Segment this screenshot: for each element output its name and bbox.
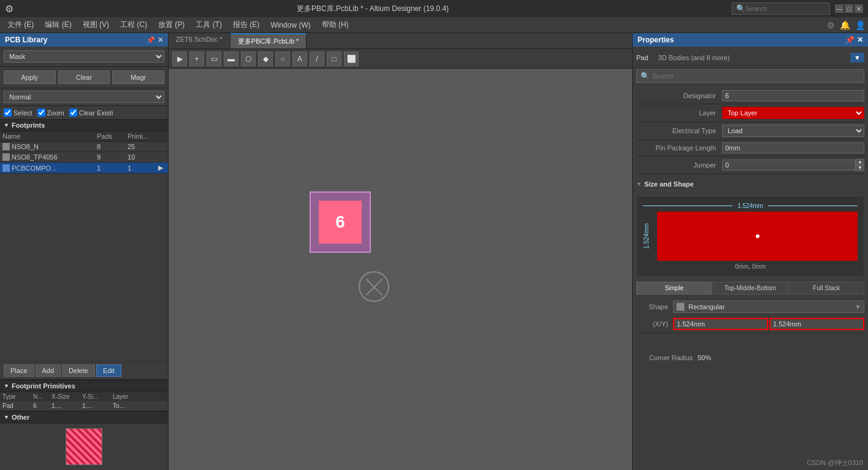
pin-package-input[interactable]	[722, 142, 864, 153]
settings-icon[interactable]: ⚙	[827, 20, 835, 30]
prim-header-extra	[141, 392, 153, 401]
jumper-up-btn[interactable]: ▲	[856, 159, 864, 165]
x-size-input[interactable]	[673, 318, 768, 330]
prop-search[interactable]: 🔍	[636, 69, 864, 83]
toolbar-select-btn[interactable]: ▶	[172, 52, 187, 66]
toolbar-rect-btn[interactable]: ▭	[207, 52, 221, 66]
toolbar-pad-btn[interactable]: ◆	[258, 52, 273, 66]
menu-project[interactable]: 工程 (C)	[115, 18, 152, 31]
shape-value: Rectangular	[688, 303, 725, 310]
fp-row-0[interactable]: NSO8_N 8 25	[0, 142, 168, 152]
menu-place[interactable]: 放置 (P)	[153, 18, 189, 31]
apply-button[interactable]: Apply	[4, 71, 56, 84]
footprints-section-title[interactable]: ▼ Footprints	[0, 120, 168, 131]
prim-header-xsize: X-Size	[49, 392, 80, 401]
maximize-button[interactable]: □	[845, 4, 853, 13]
toolbar-text-btn[interactable]: A	[292, 52, 307, 66]
fp-row-2[interactable]: PCBCOMPO... 1 1 ▶	[0, 163, 168, 174]
designator-input[interactable]	[722, 90, 864, 101]
prop-filter-button[interactable]: ▼	[850, 53, 864, 63]
layer-select[interactable]: Top Layer	[722, 107, 864, 119]
place-button[interactable]: Place	[4, 364, 34, 377]
delete-button[interactable]: Delete	[62, 364, 95, 377]
panel-close-icon[interactable]: ✕	[158, 36, 163, 44]
size-shape-header[interactable]: ▼ Size and Shape	[636, 178, 864, 191]
menu-report[interactable]: 报告 (E)	[228, 18, 264, 31]
title-search-area[interactable]: 🔍	[732, 2, 830, 15]
shape-tab-fullstack[interactable]: Full Stack	[789, 282, 864, 295]
shape-tab-tmb[interactable]: Top-Middle-Bottom	[712, 282, 788, 295]
clear-button[interactable]: Clear	[58, 71, 110, 84]
menu-file[interactable]: 文件 (E)	[2, 18, 39, 31]
tab-pcblib[interactable]: 更多PBC库.PcbLib *	[230, 33, 307, 48]
prim-row-0[interactable]: Pad 6 1.... 1.... To...	[0, 401, 168, 411]
panel-header: PCB Library 📌 ✕	[0, 33, 168, 47]
layer-value-container: Top Layer	[722, 107, 864, 119]
size-shape-arrow-icon: ▼	[636, 181, 642, 187]
fp-header-name[interactable]: Name	[0, 131, 94, 141]
pad-element[interactable]: 6	[310, 191, 371, 253]
close-button[interactable]: ✕	[855, 4, 863, 13]
y-size-input[interactable]	[769, 318, 864, 330]
panel-header-icons: 📌 ✕	[147, 36, 163, 44]
toolbar-add-btn[interactable]: +	[189, 52, 204, 66]
user-icon[interactable]: 👤	[855, 20, 866, 30]
pin-icon[interactable]: 📌	[147, 36, 155, 44]
prop-search-input[interactable]	[652, 72, 860, 80]
fp-header-prims[interactable]: Primi...	[125, 131, 156, 141]
other-section-title[interactable]: ▼ Other	[0, 412, 168, 423]
zoom-checkbox-label[interactable]: Zoom	[37, 109, 64, 117]
corner-radius-value: 50%	[698, 354, 711, 361]
electrical-type-select[interactable]: Load	[722, 125, 864, 137]
prop-close-icon[interactable]: ✕	[857, 36, 863, 44]
mode-select[interactable]: Normal	[4, 91, 164, 103]
toolbar-chart-btn[interactable]: ▬	[224, 52, 238, 66]
toolbar-sq-btn[interactable]: □	[327, 52, 341, 66]
menu-window[interactable]: Window (W)	[265, 20, 315, 31]
toolbar-fill-btn[interactable]: ⬜	[344, 52, 359, 66]
add-button[interactable]: Add	[36, 364, 61, 377]
prop-pin-icon[interactable]: 📌	[845, 36, 855, 44]
menu-tools[interactable]: 工具 (T)	[191, 18, 227, 31]
jumper-down-btn[interactable]: ▼	[856, 165, 864, 171]
primitives-section-title[interactable]: ▼ Footprint Primitives	[0, 380, 168, 392]
toolbar-circle-btn[interactable]: ○	[275, 52, 290, 66]
fp-row-1[interactable]: NSO8_TP4056 9 10	[0, 152, 168, 163]
title-search-input[interactable]	[745, 5, 819, 12]
select-checkbox-label[interactable]: Select	[4, 109, 32, 117]
mask-dropdown[interactable]: Mask	[4, 50, 164, 63]
edit-button[interactable]: Edit	[96, 364, 121, 377]
tab-schematic[interactable]: ZET6.SchDoc *	[169, 33, 230, 48]
menu-bar: 文件 (E) 编辑 (E) 视图 (V) 工程 (C) 放置 (P) 工具 (T…	[0, 17, 868, 33]
bell-icon[interactable]: 🔔	[840, 20, 850, 30]
select-checkbox[interactable]	[4, 109, 12, 117]
fp-cell-prims-1: 10	[125, 152, 156, 162]
menu-view[interactable]: 视图 (V)	[78, 18, 114, 31]
shape-select-dropdown[interactable]: Rectangular ▼	[673, 301, 864, 313]
corner-radius-row: Corner Radius 50%	[636, 352, 864, 364]
menu-help[interactable]: 帮助 (H)	[317, 18, 354, 31]
toolbar-poly-btn[interactable]: ⬡	[241, 52, 256, 66]
shape-tab-simple[interactable]: Simple	[636, 282, 712, 295]
other-thumbnail	[66, 428, 102, 465]
prim-header-layer: Layer	[110, 392, 141, 401]
fp-cell-pads-1: 9	[94, 152, 125, 162]
minimize-button[interactable]: —	[835, 4, 843, 13]
jumper-input[interactable]	[722, 160, 856, 171]
clear-existing-checkbox[interactable]	[69, 109, 77, 117]
magr-button[interactable]: Magr	[112, 71, 164, 84]
prim-header-type: Type	[0, 392, 31, 401]
menu-edit[interactable]: 编辑 (E)	[40, 18, 76, 31]
shape-select-row: Shape Rectangular ▼	[636, 298, 864, 315]
search-icon: 🔍	[736, 4, 745, 13]
toolbar-line-btn[interactable]: /	[310, 52, 324, 66]
fp-header-scroll	[156, 131, 168, 141]
pin-package-label: Pin Package Length	[636, 144, 722, 152]
prop-panel-title: Properties	[638, 36, 674, 44]
zoom-checkbox[interactable]	[37, 109, 45, 117]
fp-header-pads[interactable]: Pads	[94, 131, 125, 141]
shape-preview-container: 1.524mm 1.524mm 0mm, 0mm 焊盘形状	[636, 196, 864, 277]
primitives-section: ▼ Footprint Primitives Type N... X-Size …	[0, 380, 168, 411]
other-arrow-icon: ▼	[4, 414, 9, 420]
clear-existing-checkbox-label[interactable]: Clear Existi	[69, 109, 113, 117]
